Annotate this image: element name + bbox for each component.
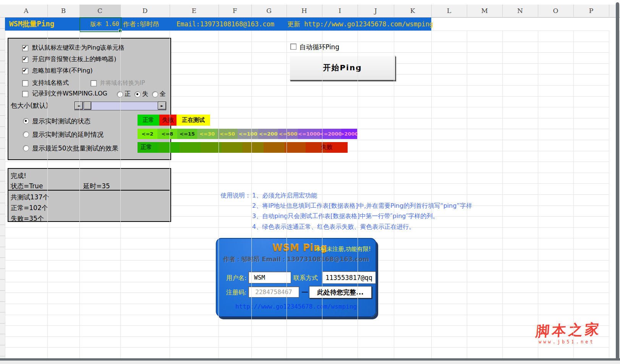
gridline <box>538 31 538 358</box>
legend-segment: <=200 <box>258 129 278 139</box>
column-header-G[interactable]: G <box>251 5 287 17</box>
window-bottom-strip <box>0 361 620 364</box>
start-ping-button[interactable]: 开始Ping <box>290 55 395 80</box>
author-cell: 作者:邬时昂 <box>123 18 159 31</box>
column-header-P[interactable]: P <box>573 5 609 17</box>
scrollbar-thumb[interactable] <box>84 102 91 110</box>
checkbox-dblclick-ping[interactable] <box>22 45 28 51</box>
row-header-strip <box>0 17 5 358</box>
complete-registration-button[interactable]: 此处待您完整... <box>309 286 372 298</box>
column-header-C[interactable]: C <box>79 5 121 17</box>
window-right-scrollbar[interactable] <box>616 2 619 362</box>
scrollbar-right-arrow[interactable]: ► <box>158 102 166 110</box>
dialog-title: WSM Ping <box>217 243 327 253</box>
status-done: 完成! <box>11 171 26 180</box>
email-cell: Email:13973108168@163.com <box>176 18 274 31</box>
contact-label: 联系方式 <box>293 274 318 282</box>
legend-segment: 失败 <box>159 115 176 126</box>
registration-dialog: WSM Ping 本机未注册,功能有限! 作者：邬时昂 Email：139731… <box>216 238 376 317</box>
regcode-input[interactable] <box>248 286 299 298</box>
radio-log-fail-label: 失 <box>142 90 148 98</box>
checkbox-ignore-bold-label: 忽略加粗字体(不Ping) <box>32 67 93 75</box>
column-header-E[interactable]: E <box>170 5 219 17</box>
gridline <box>322 31 322 358</box>
gridline <box>47 31 48 358</box>
gridline <box>358 31 358 358</box>
legend-segment: <=50 <box>217 129 238 139</box>
radio-show-status[interactable] <box>23 118 29 124</box>
contact-input[interactable] <box>322 271 376 284</box>
gridline <box>5 31 5 358</box>
instructions-item-2: 2、将IP地址信息填到工作表[数据表格]中,并在需要Ping的列首行填写“pin… <box>252 202 472 210</box>
gridline <box>251 31 252 358</box>
column-header-B[interactable]: B <box>47 5 80 17</box>
update-url-cell: 更新 http://www.go12345678.com/wsmping <box>287 18 433 31</box>
status-color-legend: 正常失败正在测试 <box>138 115 210 126</box>
status-state: 状态=True <box>11 182 43 191</box>
legend-segment: <=15 <box>177 129 197 139</box>
status-delay: 延时=35 <box>83 182 110 191</box>
status-panel: 完成! 状态=True 延时=35 共测试137个 正常=102个 失败=35个 <box>8 168 171 222</box>
column-header-D[interactable]: D <box>120 5 170 17</box>
checkbox-auto-loop[interactable] <box>290 44 296 50</box>
legend-segment: <=2000 <box>320 129 341 139</box>
version-cell[interactable]: 版本 1.60 <box>84 18 125 31</box>
radio-log-ok[interactable] <box>117 91 123 97</box>
radio-show-history-label: 显示最近50次批量测试的效果 <box>32 144 118 153</box>
radio-show-latency[interactable] <box>23 131 29 138</box>
column-header-J[interactable]: J <box>358 5 394 17</box>
radio-log-ok-label: 正 <box>125 90 131 98</box>
legend-segment: <=2 <box>138 129 157 139</box>
dash-separator: — <box>301 288 308 296</box>
radio-show-history[interactable] <box>23 145 29 151</box>
gridline <box>467 31 467 358</box>
scrollbar-left-arrow[interactable]: ◄ <box>74 102 83 110</box>
column-header-N[interactable]: N <box>502 5 538 17</box>
checkbox-beep-alarm-label: 开启声音报警(主板上的蜂鸣器) <box>32 55 116 63</box>
gridline <box>79 31 80 358</box>
instructions-item-1: 1、必须允许启用宏功能 <box>252 192 317 200</box>
dialog-link[interactable]: http://www.go12345678.com/wsmping <box>217 303 376 310</box>
checkbox-domain-format[interactable] <box>22 80 28 86</box>
radio-log-all-label: 全 <box>160 90 166 98</box>
history-fail-label: 失败 <box>321 144 332 151</box>
history-ok-label: 正常 <box>141 144 152 151</box>
gridline <box>573 31 574 358</box>
column-header-A[interactable]: A <box>5 5 48 17</box>
checkbox-beep-alarm[interactable] <box>22 57 28 63</box>
gridline <box>431 31 432 358</box>
status-fail-count: 失败=35个 <box>11 214 44 223</box>
username-input[interactable] <box>248 272 291 283</box>
unregistered-notice: 本机未注册,功能有限! <box>315 246 371 253</box>
checkbox-domain-format-label: 支持域名格式 <box>32 79 69 87</box>
checkbox-domain-to-ip <box>91 80 97 86</box>
gridline <box>609 31 609 358</box>
radio-log-fail[interactable] <box>134 91 141 97</box>
column-header-F[interactable]: F <box>219 5 252 17</box>
column-header-M[interactable]: M <box>467 5 503 17</box>
app-title: WSM批量Ping <box>9 18 54 31</box>
latency-color-legend: <=2<=8<=15<=30<=50<=100<=200<=500<=1000<… <box>138 129 357 139</box>
legend-segment: <=30 <box>197 129 217 139</box>
legend-segment: <=8 <box>157 129 177 139</box>
username-label: 用户名: <box>226 274 246 282</box>
dialog-author-line: 作者：邬时昂 Email：13973108168@163.com <box>217 256 376 264</box>
checkbox-ignore-bold[interactable] <box>22 68 28 74</box>
column-header-I[interactable]: I <box>322 5 358 17</box>
column-header-L[interactable]: L <box>431 5 467 17</box>
history-color-legend: 正常 失败 <box>138 142 348 153</box>
column-header-K[interactable]: K <box>394 5 432 17</box>
regcode-label: 注册码: <box>226 289 246 297</box>
gridline <box>287 31 287 358</box>
radio-show-latency-label: 显示实时测试的延时情况 <box>32 130 104 139</box>
gridline <box>219 31 219 358</box>
radio-log-all[interactable] <box>152 91 158 97</box>
instructions-label: 使用说明： <box>220 192 251 200</box>
checkbox-log-file[interactable] <box>22 91 28 97</box>
column-header-O[interactable]: O <box>538 5 574 17</box>
legend-segment: 正在测试 <box>176 115 210 126</box>
gridline <box>394 31 394 358</box>
legend-segment: >2000 <box>341 129 357 139</box>
column-header-H[interactable]: H <box>287 5 322 17</box>
column-header-band: ABCDEFGHIJKLMNOP <box>0 5 620 18</box>
